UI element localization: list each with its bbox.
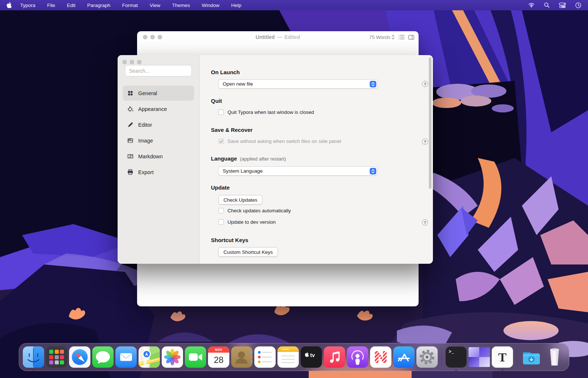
check-updates-automatically-checkbox[interactable] xyxy=(218,208,224,213)
scrollbar[interactable] xyxy=(429,57,431,189)
sidebar-item-export[interactable]: Export xyxy=(123,165,194,180)
dock-icon-apple-tv[interactable]: tv xyxy=(301,346,322,368)
running-indicator xyxy=(455,370,457,371)
running-indicator xyxy=(502,370,503,371)
on-launch-help-icon[interactable]: ? xyxy=(422,81,428,87)
quit-checkbox[interactable] xyxy=(218,109,224,115)
sidebar-panel-icon[interactable] xyxy=(408,35,414,40)
dock-icon-app-store[interactable] xyxy=(393,346,415,368)
close-button[interactable] xyxy=(122,60,127,64)
dock-icon-contacts[interactable] xyxy=(231,346,252,368)
dock-icon-podcasts[interactable] xyxy=(347,346,368,368)
dock-divider xyxy=(441,347,442,367)
preferences-sidebar: General Appearance Editor Image Markdown… xyxy=(118,55,200,264)
dock-icon-trash[interactable] xyxy=(544,346,565,368)
sidebar-item-appearance[interactable]: Appearance xyxy=(123,101,194,116)
image-icon xyxy=(127,137,133,144)
pref-traffic-lights xyxy=(122,60,141,64)
status-icons xyxy=(528,2,581,8)
menu-item[interactable]: Help xyxy=(231,3,241,8)
dock-icon-messages[interactable] xyxy=(92,346,114,368)
preferences-window: General Appearance Editor Image Markdown… xyxy=(118,55,433,264)
menu-item[interactable]: Format xyxy=(122,3,138,8)
grid-icon xyxy=(127,90,133,96)
quit-checkbox-label: Quit Typora when last window is closed xyxy=(227,109,314,115)
dock-divider xyxy=(517,347,517,367)
check-icon xyxy=(219,140,223,143)
search-input[interactable] xyxy=(125,65,192,76)
menu-item[interactable]: File xyxy=(47,3,55,8)
dropdown-stepper-icon xyxy=(370,168,376,174)
quit-title: Quit xyxy=(211,98,222,104)
save-recover-row: Save without asking when switch files on… xyxy=(218,138,341,144)
dock-icon-photos[interactable] xyxy=(162,346,183,368)
zoom-button[interactable] xyxy=(137,60,141,64)
word-count-toggle[interactable]: 75 Words xyxy=(369,35,395,40)
search-icon[interactable] xyxy=(544,2,550,8)
sidebar-item-image[interactable]: Image xyxy=(123,133,194,148)
shortcut-keys-row: Custom Shortcut Keys xyxy=(218,247,278,257)
dock-icon-maps[interactable] xyxy=(139,346,160,368)
running-indicator xyxy=(33,370,34,371)
language-note: (applied after restart) xyxy=(240,156,286,162)
clock-icon[interactable] xyxy=(575,2,581,8)
save-without-asking-checkbox[interactable] xyxy=(218,138,224,144)
dock-icon-reminders[interactable] xyxy=(254,346,276,368)
auto-update-row: Check updates automatically xyxy=(218,208,291,213)
language-title-text: Language xyxy=(211,155,237,162)
update-title: Update xyxy=(211,184,230,191)
check-updates-row: Check Updates xyxy=(218,195,262,205)
save-recover-help-icon[interactable]: ? xyxy=(422,138,428,145)
dock-icon-launchpad[interactable] xyxy=(46,346,67,368)
dock-icon-system-settings[interactable] xyxy=(416,346,438,368)
menu-item[interactable]: Window xyxy=(202,3,219,8)
chevron-up-down-icon xyxy=(391,35,395,40)
custom-shortcut-keys-button[interactable]: Custom Shortcut Keys xyxy=(218,247,278,257)
sidebar-item-editor[interactable]: Editor xyxy=(123,117,194,132)
update-to-dev-label: Update to dev version xyxy=(227,219,276,225)
control-center-icon[interactable] xyxy=(559,3,566,8)
minimize-button[interactable] xyxy=(130,60,134,64)
dock-icon-terminal[interactable]: >_ xyxy=(445,346,467,368)
dock-icon-music[interactable] xyxy=(324,346,345,368)
dock-icon-finder[interactable] xyxy=(23,346,44,368)
check-updates-button[interactable]: Check Updates xyxy=(218,195,262,205)
menu-item[interactable]: Typora xyxy=(20,3,35,8)
save-recover-title: Save & Recover xyxy=(211,127,252,133)
menu-item[interactable]: Themes xyxy=(172,3,190,8)
sidebar-item-markdown[interactable]: Markdown xyxy=(123,149,194,164)
sidebar-item-general[interactable]: General xyxy=(123,86,194,101)
dock-icon-typora[interactable]: T xyxy=(492,346,513,368)
dock-icon-news[interactable] xyxy=(370,346,391,368)
word-count-label: 75 Words xyxy=(369,35,390,40)
printer-icon xyxy=(127,169,133,175)
update-to-dev-checkbox[interactable] xyxy=(218,219,224,225)
menu-item[interactable]: Edit xyxy=(67,3,75,8)
editor-toolbar-right: 75 Words xyxy=(369,31,414,43)
on-launch-dropdown[interactable]: Open new file xyxy=(218,79,378,89)
language-dropdown[interactable]: System Language xyxy=(218,166,378,176)
edited-status: Edited xyxy=(284,34,300,40)
dock-icon-mail[interactable] xyxy=(115,346,137,368)
check-updates-automatically-label: Check updates automatically xyxy=(227,208,291,213)
language-title: Language(applied after restart) xyxy=(211,155,286,162)
dock-icon-calendar[interactable]: NOV28 xyxy=(208,346,229,368)
dock-icon-safari[interactable] xyxy=(69,346,90,368)
paint-bucket-icon xyxy=(127,106,133,112)
dock-icon-notes[interactable] xyxy=(277,346,299,368)
menu-item[interactable]: View xyxy=(150,3,160,8)
on-launch-row: Open new file xyxy=(218,79,378,89)
dev-version-help-icon[interactable]: ? xyxy=(422,219,428,226)
dock-icon-facetime[interactable] xyxy=(185,346,206,368)
dock-icon-image-file[interactable] xyxy=(469,346,490,368)
dropdown-stepper-icon xyxy=(370,81,376,87)
pencil-icon xyxy=(127,122,133,128)
wifi-icon[interactable] xyxy=(528,2,535,8)
apple-menu-icon[interactable] xyxy=(7,2,12,8)
editor-titlebar: Untitled — Edited 75 Words xyxy=(137,31,419,43)
menu-item[interactable]: Paragraph xyxy=(87,3,110,8)
dock-icon-downloads[interactable] xyxy=(521,346,542,368)
svg-text:T: T xyxy=(498,350,507,364)
outline-list-icon[interactable] xyxy=(398,35,405,40)
preferences-main-panel: On Launch Open new file ? Quit Quit Typo… xyxy=(200,55,433,264)
